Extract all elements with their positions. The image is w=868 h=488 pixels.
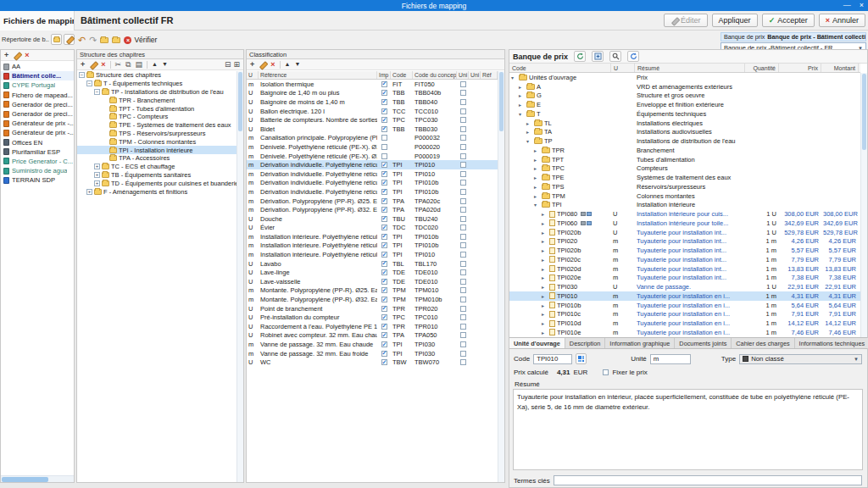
column-header[interactable]: Réf <box>481 71 498 79</box>
uni-checkbox[interactable] <box>460 252 466 258</box>
chapter-node[interactable]: −Structure des chapitres <box>77 71 236 80</box>
keywords-input[interactable] <box>554 475 862 485</box>
uni-checkbox[interactable] <box>460 207 466 213</box>
expander-icon[interactable]: ▸ <box>542 274 548 280</box>
banque-row[interactable]: ▾Unités d'ouvragePrix <box>509 73 860 82</box>
import-checkbox[interactable] <box>381 279 387 285</box>
import-checkbox[interactable] <box>381 90 387 96</box>
classification-row[interactable]: ULave-lingeTDETDE010 <box>247 268 498 277</box>
chapter-node[interactable]: TPA - Accessoires <box>77 154 236 163</box>
chapter-node[interactable]: TPC - Compteurs <box>77 113 236 121</box>
classification-row[interactable]: mVanne de passage. 32 mm. Eau chaudeTPIT… <box>247 340 498 349</box>
classification-row[interactable]: UBallon électrique. 120 lTCCTCC010 <box>247 107 498 116</box>
uni-checkbox[interactable] <box>460 81 466 87</box>
edit-button[interactable]: Éditer <box>664 14 708 27</box>
uni-checkbox[interactable] <box>460 324 466 330</box>
classification-row[interactable]: mDérivation individuelle. Polyéthylène r… <box>247 187 498 197</box>
export-folder-icon[interactable] <box>112 37 120 43</box>
accept-button[interactable]: ✓Accepter <box>762 14 815 27</box>
uni-checkbox[interactable] <box>460 126 466 132</box>
expander-icon[interactable]: + <box>94 180 100 186</box>
expander-icon[interactable]: ▾ <box>534 202 540 208</box>
classification-row[interactable]: mMontante. Polypropylène (PP-R). Ø25. Ea… <box>247 286 498 296</box>
import-checkbox[interactable] <box>381 99 387 105</box>
unit-input[interactable]: m <box>650 354 691 364</box>
classification-row[interactable]: UDoucheTBUTBU240 <box>247 214 498 224</box>
uni-checkbox[interactable] <box>460 189 466 195</box>
browse-folder-button[interactable] <box>51 34 62 45</box>
copy-icon[interactable]: ⧉ <box>125 60 131 69</box>
classification-row[interactable]: mInstallation intérieure. Polyéthylène r… <box>247 232 498 241</box>
move-up-icon[interactable]: ▲ <box>285 60 291 69</box>
import-checkbox[interactable] <box>381 341 387 347</box>
import-checkbox[interactable] <box>381 180 387 186</box>
banque-row[interactable]: ▸TPI010bmTuyauterie pour installation en… <box>509 301 860 310</box>
banque-row[interactable]: ▾TPInstallations de distribution de l'ea… <box>509 136 860 146</box>
minimize-button[interactable]: — <box>843 0 851 11</box>
banque-row[interactable]: ▸TPI010emTuyauterie pour installation en… <box>509 328 860 337</box>
add-chapter-button[interactable]: + <box>81 60 85 69</box>
chapter-node[interactable]: TPI - Installation intérieure <box>77 146 236 154</box>
fix-price-checkbox[interactable] <box>603 369 609 375</box>
chapter-node[interactable]: +TD - Équipements pour cuisines et buand… <box>77 179 236 187</box>
export-button[interactable] <box>592 51 604 62</box>
apply-button[interactable]: Appliquer <box>712 14 758 27</box>
chapters-vscrollbar[interactable] <box>236 71 243 482</box>
expander-icon[interactable]: ▸ <box>542 266 548 272</box>
banque-row[interactable]: ▸TPI030UVanne de passage.1 U22,91 EUR22,… <box>509 282 860 291</box>
uni-checkbox[interactable] <box>460 225 466 230</box>
expander-icon[interactable]: ▸ <box>542 311 548 317</box>
classification-row[interactable]: ULavaboTBLTBL170 <box>247 259 498 269</box>
uni-checkbox[interactable] <box>460 314 466 320</box>
banque-row[interactable]: ▸TPI080UInstallation intérieure pour cui… <box>509 209 860 219</box>
banque-row[interactable]: ▸TPESystèmes de traitement des eaux <box>509 173 860 182</box>
file-item[interactable]: Offices EN <box>1 138 74 147</box>
column-header[interactable]: Résumé <box>635 64 745 72</box>
banque-row[interactable]: ▸TLInstallations électriques <box>509 119 860 128</box>
collapse-tree-icon[interactable]: ⊟ <box>225 60 231 69</box>
uni-checkbox[interactable] <box>460 269 466 275</box>
cancel-button[interactable]: ×Annuler <box>819 14 865 27</box>
tab-unit-d-ouvrage[interactable]: Unité d'ouvrage <box>509 338 565 348</box>
file-item[interactable]: Générateur de prix -... <box>1 128 74 137</box>
expander-icon[interactable]: ▾ <box>526 138 532 144</box>
classification-row[interactable]: URaccordement à l'eau. Polyéthylène PE 1… <box>247 322 498 331</box>
banque-row[interactable]: ▸TPI060UInstallation intérieure pour toi… <box>509 219 860 228</box>
import-checkbox[interactable] <box>381 287 387 293</box>
uni-checkbox[interactable] <box>460 108 466 114</box>
expander-icon[interactable]: + <box>94 172 100 178</box>
column-header[interactable]: U <box>611 64 635 72</box>
expander-icon[interactable]: ▸ <box>542 302 548 308</box>
expander-icon[interactable]: ▸ <box>519 92 525 98</box>
banque-row[interactable]: ▸TPMColonnes montantes <box>509 191 860 201</box>
uni-checkbox[interactable] <box>460 279 466 285</box>
uni-checkbox[interactable] <box>460 90 466 96</box>
classification-row[interactable]: UPré-installation du compteurTPCTPC010 <box>247 313 498 322</box>
import-checkbox[interactable] <box>381 144 387 150</box>
import-checkbox[interactable] <box>381 135 387 141</box>
banque-row[interactable]: ▸TPI010cmTuyauterie pour installation en… <box>509 310 860 319</box>
import-checkbox[interactable] <box>381 126 387 132</box>
expand-tree-icon[interactable]: ⊞ <box>233 60 240 69</box>
uni-checkbox[interactable] <box>460 242 466 248</box>
uni-checkbox[interactable] <box>460 332 466 338</box>
banque-row[interactable]: ▸GStructure et gros oeuvre <box>509 92 860 101</box>
chapter-node[interactable]: TPS - Réservoirs/surpresseurs <box>77 130 236 138</box>
import-checkbox[interactable] <box>381 207 387 213</box>
file-item[interactable]: Bâtiment colle... <box>1 71 74 80</box>
expander-icon[interactable]: ▸ <box>542 284 548 290</box>
tab-cahier-des-charges[interactable]: Cahier des charges <box>732 338 794 348</box>
expander-icon[interactable]: ▸ <box>542 247 548 253</box>
column-header[interactable]: Montant <box>821 64 859 72</box>
column-header[interactable]: Code du concept <box>413 71 457 79</box>
file-item[interactable]: Suministro de agua <box>1 166 74 175</box>
search-button[interactable] <box>609 51 621 62</box>
uni-checkbox[interactable] <box>460 287 466 293</box>
expander-icon[interactable]: ▸ <box>542 330 548 336</box>
uni-checkbox[interactable] <box>460 162 466 168</box>
type-select[interactable]: Non classé ▼ <box>739 354 862 364</box>
banque-row[interactable]: ▸TPI020emTuyauterie pour installation in… <box>509 274 860 283</box>
code-input[interactable]: TPI010 <box>533 354 572 364</box>
banque-row[interactable]: ▸TPI020bmTuyauterie pour installation in… <box>509 246 860 255</box>
expander-icon[interactable]: ▸ <box>542 220 548 226</box>
